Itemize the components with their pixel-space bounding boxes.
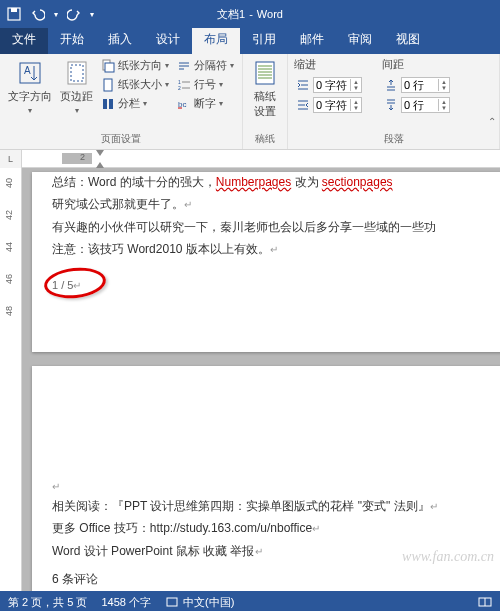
spacing-before-input[interactable]: ▲▼ <box>401 77 450 93</box>
qat-customize-icon[interactable]: ▾ <box>90 10 94 19</box>
status-bar: 第 2 页，共 5 页 1458 个字 中文(中国) <box>0 591 500 611</box>
app-name: Word <box>257 8 283 20</box>
size-button[interactable]: 纸张大小▾ <box>99 76 171 93</box>
indent-left-row: ▲▼ <box>294 76 364 94</box>
svg-rect-9 <box>103 99 107 109</box>
ruler-track[interactable]: 2 <box>22 150 500 167</box>
chevron-down-icon: ▾ <box>28 106 32 115</box>
tab-mailings[interactable]: 邮件 <box>288 26 336 54</box>
page[interactable]: 总结：Word 的域十分的强大，Numberpages 改为 sectionpa… <box>32 172 500 352</box>
spacing-after-icon <box>384 98 398 112</box>
undo-dropdown-icon[interactable]: ▾ <box>54 10 58 19</box>
text-direction-button[interactable]: A 文字方向 ▾ <box>6 57 54 130</box>
orientation-icon <box>101 59 115 73</box>
spacing-after-input[interactable]: ▲▼ <box>401 97 450 113</box>
collapse-ribbon-icon[interactable]: ⌃ <box>488 116 496 127</box>
status-words[interactable]: 1458 个字 <box>101 595 151 610</box>
redo-icon[interactable] <box>66 6 82 22</box>
spacing-before-row: ▲▼ <box>382 76 452 94</box>
chevron-down-icon: ▾ <box>75 106 79 115</box>
ruler-horizontal[interactable]: L 2 <box>0 150 500 168</box>
indent-title: 缩进 <box>294 57 364 74</box>
columns-button[interactable]: 分栏▾ <box>99 95 171 112</box>
document-body[interactable]: 总结：Word 的域十分的强大，Numberpages 改为 sectionpa… <box>52 172 492 294</box>
doc-title: 文档1 <box>217 7 245 22</box>
breaks-icon <box>177 59 191 73</box>
spacing-after-row: ▲▼ <box>382 96 452 114</box>
paper-icon <box>251 59 279 87</box>
tab-file[interactable]: 文件 <box>0 26 48 54</box>
svg-rect-14 <box>256 62 274 84</box>
group-label: 页面设置 <box>6 130 236 149</box>
margins-button[interactable]: 页边距 ▾ <box>58 57 95 130</box>
quick-access-toolbar: ▾ ▾ <box>0 6 100 22</box>
svg-text:A: A <box>24 65 31 76</box>
undo-icon[interactable] <box>30 6 46 22</box>
svg-rect-8 <box>104 79 112 91</box>
first-line-indent-icon[interactable] <box>96 150 104 156</box>
indent-left-input[interactable]: ▲▼ <box>313 77 362 93</box>
document-body[interactable]: ↵ 相关阅读：『PPT 设计思维第四期：实操单图版式的花样 "变式" 法则』↵ … <box>52 476 492 590</box>
svg-rect-15 <box>167 598 177 606</box>
indent-right-row: ▲▼ <box>294 96 364 114</box>
columns-icon <box>101 97 115 111</box>
hyphenation-icon: bc <box>177 97 191 111</box>
line-numbers-button[interactable]: 12行号▾ <box>175 76 236 93</box>
tab-home[interactable]: 开始 <box>48 26 96 54</box>
language-icon <box>165 595 179 609</box>
size-icon <box>101 78 115 92</box>
text-direction-icon: A <box>16 59 44 87</box>
group-paper: 稿纸 设置 稿纸 <box>243 54 288 149</box>
reading-view-icon[interactable] <box>478 595 492 609</box>
status-page[interactable]: 第 2 页，共 5 页 <box>8 595 87 610</box>
group-paragraph: 缩进 ▲▼ ▲▼ 间距 ▲▼ ▲▼ <box>288 54 500 149</box>
save-icon[interactable] <box>6 6 22 22</box>
spacing-before-icon <box>384 78 398 92</box>
orientation-button[interactable]: 纸张方向▾ <box>99 57 171 74</box>
page[interactable]: ↵ 相关阅读：『PPT 设计思维第四期：实操单图版式的花样 "变式" 法则』↵ … <box>32 366 500 591</box>
ribbon: A 文字方向 ▾ 页边距 ▾ 纸张方向▾ 纸张大小▾ 分栏▾ 分隔符▾ 12行号… <box>0 54 500 150</box>
paper-settings-button[interactable]: 稿纸 设置 <box>249 57 281 130</box>
breaks-button[interactable]: 分隔符▾ <box>175 57 236 74</box>
document-scroll[interactable]: 总结：Word 的域十分的强大，Numberpages 改为 sectionpa… <box>22 168 500 591</box>
page-number-field[interactable]: 1 / 5↵ <box>52 276 492 295</box>
ruler-corner[interactable]: L <box>0 150 22 168</box>
status-lang[interactable]: 中文(中国) <box>165 595 234 610</box>
group-label: 稿纸 <box>249 130 281 149</box>
tab-insert[interactable]: 插入 <box>96 26 144 54</box>
tab-references[interactable]: 引用 <box>240 26 288 54</box>
group-label: 段落 <box>294 130 493 149</box>
tab-review[interactable]: 审阅 <box>336 26 384 54</box>
svg-rect-7 <box>105 63 114 72</box>
tab-layout[interactable]: 布局 <box>192 26 240 54</box>
spacing-title: 间距 <box>382 57 452 74</box>
tab-view[interactable]: 视图 <box>384 26 432 54</box>
tab-design[interactable]: 设计 <box>144 26 192 54</box>
hyphenation-button[interactable]: bc断字▾ <box>175 95 236 112</box>
document-area: 40 42 44 46 48 总结：Word 的域十分的强大，Numberpag… <box>0 168 500 591</box>
indent-right-icon <box>296 98 310 112</box>
svg-rect-1 <box>11 8 17 12</box>
line-numbers-icon: 12 <box>177 78 191 92</box>
ruler-vertical[interactable]: 40 42 44 46 48 <box>0 168 22 591</box>
margins-icon <box>63 59 91 87</box>
indent-left-icon <box>296 78 310 92</box>
group-page-setup: A 文字方向 ▾ 页边距 ▾ 纸张方向▾ 纸张大小▾ 分栏▾ 分隔符▾ 12行号… <box>0 54 243 149</box>
window-title: 文档1 - Word <box>217 7 283 22</box>
svg-rect-10 <box>109 99 113 109</box>
title-bar: ▾ ▾ 文档1 - Word <box>0 0 500 28</box>
indent-right-input[interactable]: ▲▼ <box>313 97 362 113</box>
svg-text:2: 2 <box>178 85 181 91</box>
ribbon-tabs: 文件 开始 插入 设计 布局 引用 邮件 审阅 视图 <box>0 28 500 54</box>
